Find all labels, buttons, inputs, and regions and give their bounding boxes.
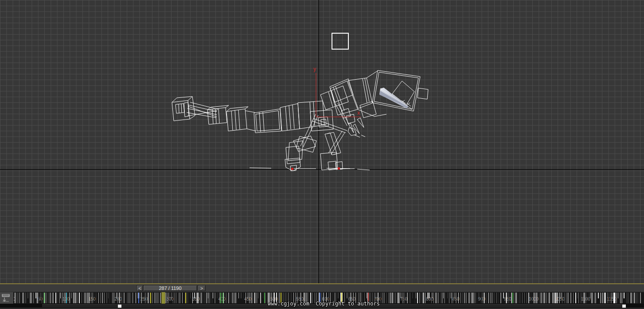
max-viewport-app: y x < 287 / 1190 > 050100150200250300350… bbox=[0, 0, 644, 309]
dinosaur-rig[interactable] bbox=[172, 70, 428, 171]
next-frame-button[interactable]: > bbox=[198, 285, 206, 291]
gizmo-y-label: y bbox=[313, 66, 316, 72]
time-slider-handle[interactable]: 287 / 1190 bbox=[143, 285, 197, 291]
world-axes bbox=[0, 0, 644, 283]
mini-curve-editor-button[interactable] bbox=[0, 292, 14, 304]
mini-curve-editor-icon bbox=[0, 292, 14, 304]
scrollbar-handle-left[interactable] bbox=[118, 305, 121, 308]
previous-frame-button[interactable]: < bbox=[137, 285, 143, 291]
scrollbar-handle-right[interactable] bbox=[622, 305, 626, 308]
gizmo-x-label: x bbox=[357, 110, 360, 116]
skeleton-wireframe[interactable]: y x bbox=[0, 0, 644, 283]
time-slider-track[interactable]: < 287 / 1190 > bbox=[0, 284, 644, 292]
dummy-helper-box[interactable] bbox=[332, 33, 348, 49]
watermark-text: www.cgjoy.com Copyright to authors bbox=[268, 301, 380, 307]
viewport-3d[interactable]: y x bbox=[0, 0, 644, 283]
